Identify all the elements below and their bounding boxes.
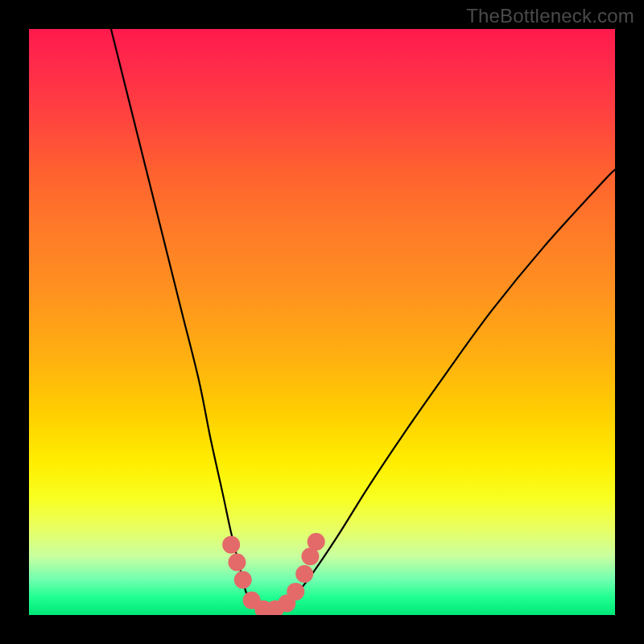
marker-dot	[308, 533, 325, 551]
marker-dot	[234, 571, 252, 588]
chart-frame: TheBottleneck.com	[0, 0, 644, 644]
marker-dot	[295, 565, 313, 583]
watermark-text: TheBottleneck.com	[466, 5, 634, 27]
plot-area	[29, 29, 615, 615]
marker-dot	[228, 553, 246, 571]
bottleneck-curve	[111, 29, 615, 609]
marker-group	[222, 533, 325, 615]
curve-layer	[29, 29, 615, 615]
marker-dot	[287, 583, 304, 601]
marker-dot	[222, 536, 240, 554]
